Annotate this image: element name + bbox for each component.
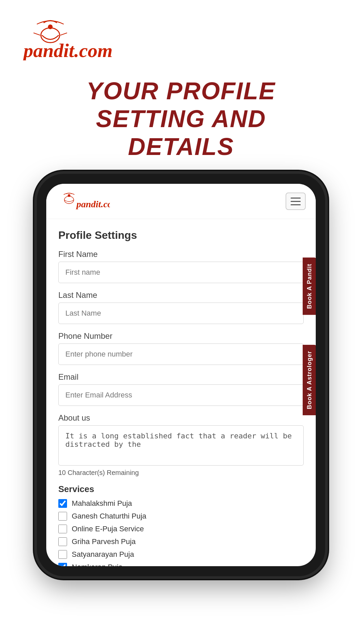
svg-point-6 xyxy=(64,196,74,204)
about-us-textarea[interactable] xyxy=(58,425,304,466)
book-astrologer-button[interactable]: Book A Astrologer xyxy=(303,345,316,415)
phone-number-input[interactable] xyxy=(58,343,304,365)
list-item: Namkaran Puja xyxy=(58,563,304,566)
svg-point-0 xyxy=(48,24,53,29)
list-item: Mahalakshmi Puja xyxy=(58,499,304,508)
logo-area: pandit.com xyxy=(0,0,362,70)
pandit-logo-svg: pandit.com xyxy=(20,13,134,60)
service-name-1: Ganesh Chaturthi Puja xyxy=(72,512,146,521)
hamburger-line-2 xyxy=(291,201,301,202)
last-name-input[interactable] xyxy=(58,303,304,324)
brand-logo: pandit.com xyxy=(20,13,342,60)
first-name-group: First Name xyxy=(58,250,304,283)
hamburger-line-3 xyxy=(291,204,301,205)
phone-brand-logo: pandit.com xyxy=(56,191,110,212)
service-name-2: Online E-Puja Service xyxy=(72,525,144,533)
first-name-label: First Name xyxy=(58,250,304,259)
service-checkbox-2[interactable] xyxy=(58,525,67,533)
email-input[interactable] xyxy=(58,384,304,406)
service-checkbox-1[interactable] xyxy=(58,512,67,521)
book-pandit-button[interactable]: Book A Pandit xyxy=(303,258,316,315)
about-us-group: About us 10 Character(s) Remaining xyxy=(58,413,304,477)
phone-number-group: Phone Number xyxy=(58,331,304,365)
service-checkbox-4[interactable] xyxy=(58,550,67,559)
svg-line-3 xyxy=(60,33,67,35)
email-label: Email xyxy=(58,372,304,382)
service-checkbox-3[interactable] xyxy=(58,537,67,546)
service-name-0: Mahalakshmi Puja xyxy=(72,499,132,508)
hamburger-menu-button[interactable] xyxy=(286,193,306,210)
email-group: Email xyxy=(58,372,304,406)
service-name-3: Griha Parvesh Puja xyxy=(72,537,136,546)
last-name-label: Last Name xyxy=(58,290,304,300)
last-name-group: Last Name xyxy=(58,290,304,324)
service-name-5: Namkaran Puja xyxy=(72,563,123,566)
service-checkbox-0[interactable] xyxy=(58,499,67,508)
first-name-input[interactable] xyxy=(58,262,304,283)
list-item: Griha Parvesh Puja xyxy=(58,537,304,546)
list-item: Ganesh Chaturthi Puja xyxy=(58,512,304,521)
service-name-4: Satyanarayan Puja xyxy=(72,550,134,559)
hamburger-line-1 xyxy=(291,198,301,199)
page-title: YOUR PROFILE SETTING AND DETAILS xyxy=(0,70,362,174)
svg-text:pandit.com: pandit.com xyxy=(22,40,113,60)
list-item: Satyanarayan Puja xyxy=(58,550,304,559)
services-list: Mahalakshmi PujaGanesh Chaturthi PujaOnl… xyxy=(58,499,304,566)
profile-settings-title: Profile Settings xyxy=(58,229,304,241)
phone-content: Profile Settings First Name Last Name Ph… xyxy=(46,219,316,566)
about-us-label: About us xyxy=(58,413,304,423)
service-checkbox-5[interactable] xyxy=(58,563,67,566)
phone-screen: Book A Pandit Book A Astrologer pandit.c… xyxy=(46,184,316,566)
svg-line-2 xyxy=(34,33,40,35)
svg-text:pandit.com: pandit.com xyxy=(76,199,110,209)
phone-number-label: Phone Number xyxy=(58,331,304,341)
services-section: Services Mahalakshmi PujaGanesh Chaturth… xyxy=(58,484,304,566)
phone-logo-svg: pandit.com xyxy=(56,191,110,211)
list-item: Online E-Puja Service xyxy=(58,525,304,533)
phone-mockup: Book A Pandit Book A Astrologer pandit.c… xyxy=(37,174,325,576)
services-label: Services xyxy=(58,484,304,494)
phone-navbar: pandit.com xyxy=(46,184,316,219)
char-remaining: 10 Character(s) Remaining xyxy=(58,469,304,477)
